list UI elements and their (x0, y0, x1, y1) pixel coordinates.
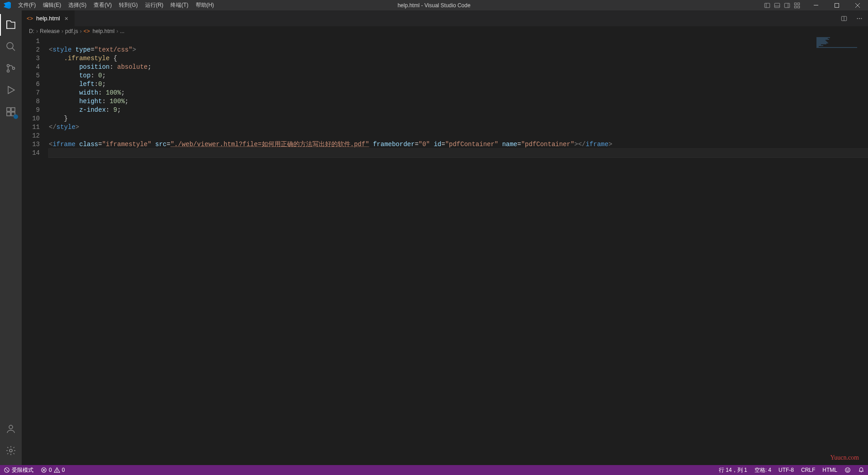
svg-point-39 (847, 469, 847, 470)
window-close-button[interactable] (847, 0, 868, 10)
status-notifications-icon[interactable] (854, 465, 868, 475)
tab-label: help.html (36, 15, 60, 22)
layout-toggle-panel-right-icon[interactable] (782, 0, 792, 10)
svg-rect-20 (7, 108, 10, 111)
layout-customize-icon[interactable] (792, 0, 802, 10)
menu-run[interactable]: 运行(R) (142, 0, 167, 10)
svg-point-16 (7, 65, 9, 67)
svg-rect-6 (794, 3, 796, 5)
activity-source-control[interactable] (0, 57, 22, 79)
activity-explorer[interactable] (0, 14, 22, 36)
menu-selection[interactable]: 选择(S) (65, 0, 90, 10)
svg-rect-8 (794, 6, 796, 8)
svg-point-14 (7, 43, 13, 49)
code-content[interactable]: <style type="text/css"> .iframestyle { p… (49, 36, 868, 465)
svg-rect-4 (784, 3, 789, 8)
activity-bar (0, 10, 22, 465)
activity-accounts[interactable] (0, 418, 22, 440)
tab-help-html[interactable]: <> help.html × (22, 10, 75, 26)
status-indentation[interactable]: 空格: 4 (751, 465, 775, 475)
svg-point-28 (857, 18, 858, 19)
breadcrumb-item[interactable]: Release (40, 28, 60, 34)
activity-search[interactable] (0, 36, 22, 57)
breadcrumb-item[interactable]: pdf.js (65, 28, 78, 34)
svg-rect-11 (835, 3, 839, 7)
svg-point-24 (9, 425, 13, 429)
activity-run-debug[interactable] (0, 79, 22, 101)
chevron-right-icon: › (80, 28, 82, 34)
html-file-icon: <> (26, 15, 33, 22)
line-numbers: 1 2 3 4 5 6 7 8 9 10 11 12 13 14 (22, 36, 49, 465)
svg-point-38 (845, 468, 850, 473)
svg-line-32 (5, 469, 9, 472)
menu-file[interactable]: 文件(F) (14, 0, 39, 10)
chevron-right-icon: › (36, 28, 38, 34)
svg-line-15 (12, 48, 15, 51)
extensions-badge-icon (14, 114, 18, 119)
window-title: help.html - Visual Studio Code (397, 2, 470, 9)
status-cursor-position[interactable]: 行 14，列 1 (715, 465, 751, 475)
svg-point-18 (13, 67, 15, 70)
html-file-icon: <> (84, 28, 90, 34)
svg-rect-0 (764, 3, 769, 8)
menu-go[interactable]: 转到(G) (115, 0, 141, 10)
editor[interactable]: 1 2 3 4 5 6 7 8 9 10 11 12 13 14 <style … (22, 36, 868, 465)
svg-point-25 (9, 449, 12, 452)
svg-rect-2 (774, 3, 779, 8)
menu-edit[interactable]: 编辑(E) (39, 0, 65, 10)
window-maximize-button[interactable] (826, 0, 847, 10)
editor-tabs: <> help.html × (22, 10, 868, 26)
layout-toggle-panel-bottom-icon[interactable] (772, 0, 782, 10)
svg-rect-9 (797, 6, 799, 8)
status-language[interactable]: HTML (819, 465, 841, 475)
activity-settings[interactable] (0, 440, 22, 461)
chevron-right-icon: › (61, 28, 63, 34)
svg-point-30 (861, 18, 862, 19)
menu-help[interactable]: 帮助(H) (192, 0, 218, 10)
status-encoding[interactable]: UTF-8 (775, 465, 797, 475)
breadcrumbs[interactable]: D: › Release › pdf.js › <> help.html › .… (22, 26, 868, 36)
layout-toggle-panel-left-icon[interactable] (762, 0, 772, 10)
split-editor-icon[interactable] (839, 14, 849, 24)
activity-extensions[interactable] (0, 101, 22, 123)
minimap[interactable] (816, 37, 862, 51)
breadcrumb-item[interactable]: D: (29, 28, 34, 34)
chevron-right-icon: › (116, 28, 118, 34)
title-bar: 文件(F) 编辑(E) 选择(S) 查看(V) 转到(G) 运行(R) 终端(T… (0, 0, 868, 10)
status-problems[interactable]: 0 0 (37, 465, 68, 475)
breadcrumb-item[interactable]: ... (120, 28, 124, 34)
svg-marker-19 (8, 86, 14, 94)
breadcrumb-item[interactable]: help.html (93, 28, 115, 34)
svg-rect-10 (814, 5, 818, 5)
watermark: Yuucn.com (830, 454, 859, 461)
status-feedback-icon[interactable] (841, 465, 854, 475)
status-bar: 受限模式 0 0 行 14，列 1 空格: 4 UTF-8 CRLF HTML (0, 465, 868, 475)
svg-point-29 (859, 18, 860, 19)
svg-rect-21 (7, 112, 10, 116)
vscode-logo-icon (4, 2, 11, 9)
menu-terminal[interactable]: 终端(T) (167, 0, 192, 10)
more-actions-icon[interactable] (854, 14, 864, 24)
svg-rect-23 (11, 108, 15, 111)
menu-view[interactable]: 查看(V) (90, 0, 115, 10)
svg-rect-7 (797, 3, 799, 5)
window-minimize-button[interactable] (806, 0, 826, 10)
svg-point-17 (7, 70, 9, 72)
tab-close-icon[interactable]: × (63, 15, 70, 22)
svg-point-40 (848, 469, 849, 470)
status-restricted-mode[interactable]: 受限模式 (0, 465, 37, 475)
status-eol[interactable]: CRLF (797, 465, 819, 475)
svg-point-37 (57, 471, 57, 472)
